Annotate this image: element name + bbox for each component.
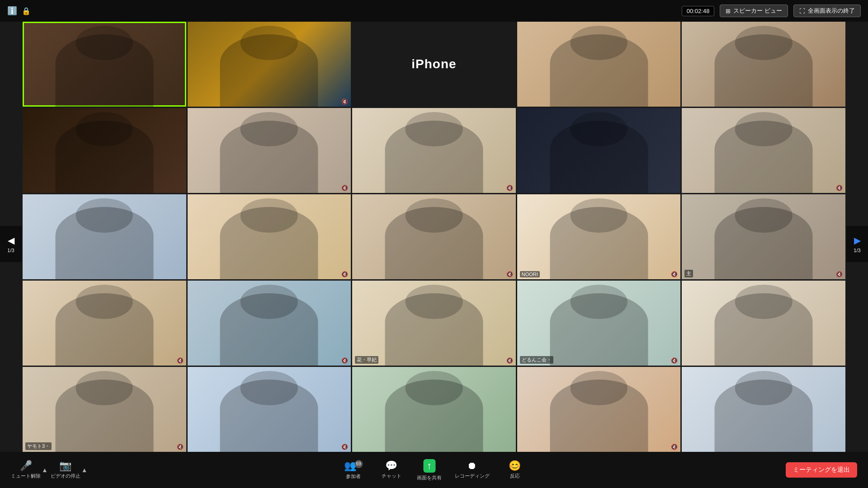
video-caret-button[interactable]: ▲ <box>80 466 89 474</box>
cell-mute-icon-18: 🔇 <box>506 357 513 364</box>
video-cell-7[interactable]: 🔇 <box>188 108 351 193</box>
video-cell-21[interactable]: 🔇ヤモト3・ <box>23 367 186 452</box>
exit-fullscreen-label: 全画面表示の終了 <box>808 7 855 15</box>
leave-meeting-button[interactable]: ミーティングを退出 <box>786 462 857 478</box>
video-cell-1[interactable] <box>23 22 186 107</box>
video-cell-14[interactable]: 🔇NOORI <box>517 194 681 279</box>
video-cell-11[interactable] <box>23 194 186 279</box>
toolbar-left: 🎤 ミュート解除 ▲ 📷 ビデオの停止 ▲ <box>11 461 89 479</box>
next-page-label: 1/3 <box>854 248 860 253</box>
participants-label: 参加者 <box>346 473 361 480</box>
reaction-icon: 😊 <box>509 461 521 471</box>
cell-name-label-18: 花・早妃 <box>355 356 378 364</box>
video-cell-13[interactable]: 🔇 <box>352 194 516 279</box>
video-group: 📷 ビデオの停止 ▲ <box>51 461 89 479</box>
video-cell-15[interactable]: 🔇主 <box>682 194 845 279</box>
prev-arrow-icon: ◀ <box>8 235 14 246</box>
toolbar-right: ミーティングを退出 <box>786 462 857 478</box>
participants-icon: 👥69 <box>344 460 363 471</box>
mute-icon: 🎤 <box>20 461 32 471</box>
cell-mute-icon-2: 🔇 <box>341 99 348 105</box>
video-button[interactable]: 📷 ビデオの停止 <box>51 461 80 479</box>
speaker-view-icon: ⊞ <box>726 8 731 14</box>
video-icon: 📷 <box>59 461 71 471</box>
toolbar-center: 👥69 参加者 💬 チャット ↑ 画面を共有 ⏺ レコーディング 😊 反応 <box>341 459 528 481</box>
reaction-button[interactable]: 😊 反応 <box>502 461 528 479</box>
top-bar: ℹ️ 🔒 00:02:48 ⊞ スピーカー ビュー ⛶ 全画面表示の終了 <box>0 0 868 22</box>
next-page-button[interactable]: ▶ 1/3 <box>846 226 868 262</box>
cell-name-label-21: ヤモト3・ <box>25 442 52 450</box>
exit-fullscreen-button[interactable]: ⛶ 全画面表示の終了 <box>793 5 861 17</box>
cell-mute-icon-24: 🔇 <box>671 444 678 450</box>
record-button[interactable]: ⏺ レコーディング <box>455 461 490 479</box>
info-icon: ℹ️ <box>7 6 17 16</box>
share-screen-button[interactable]: ↑ 画面を共有 <box>417 459 442 481</box>
cell-mute-icon-14: 🔇 <box>671 271 678 277</box>
cell-name-label-19: どるんこ会・ <box>520 356 553 364</box>
top-bar-left: ℹ️ 🔒 <box>7 6 31 16</box>
video-cell-3[interactable]: iPhone <box>352 22 516 107</box>
video-cell-12[interactable]: 🔇 <box>188 194 351 279</box>
video-cell-2[interactable]: 🔇 <box>188 22 351 107</box>
cell-mute-icon-15: 🔇 <box>836 271 843 277</box>
cell-mute-icon-7: 🔇 <box>341 185 348 191</box>
cell-mute-icon-22: 🔇 <box>341 444 348 450</box>
share-screen-icon: ↑ <box>423 459 435 473</box>
cell-mute-icon-19: 🔇 <box>671 357 678 364</box>
video-cell-17[interactable]: 🔇 <box>188 281 351 366</box>
speaker-view-label: スピーカー ビュー <box>733 7 782 15</box>
video-grid: 🔇iPhone🔇🔇🔇🔇🔇🔇NOORI🔇主🔇🔇🔇花・早妃🔇どるんこ会・🔇ヤモト3・… <box>23 22 845 452</box>
video-cell-20[interactable] <box>682 281 845 366</box>
video-label: ビデオの停止 <box>51 473 80 479</box>
mute-caret-button[interactable]: ▲ <box>41 466 49 474</box>
participant-count: 69 <box>354 460 363 468</box>
video-cell-22[interactable]: 🔇 <box>188 367 351 452</box>
video-cell-25[interactable] <box>682 367 845 452</box>
cell-mute-icon-10: 🔇 <box>836 185 843 191</box>
chat-label: チャット <box>382 473 401 479</box>
cell-mute-icon-8: 🔇 <box>506 185 513 191</box>
prev-page-label: 1/3 <box>7 248 14 253</box>
iphone-label: iPhone <box>411 57 456 71</box>
record-icon: ⏺ <box>467 461 477 471</box>
video-cell-8[interactable]: 🔇 <box>352 108 516 193</box>
cell-name-label-14: NOORI <box>520 271 540 277</box>
cell-mute-icon-13: 🔇 <box>506 271 513 277</box>
prev-page-button[interactable]: ◀ 1/3 <box>0 226 22 262</box>
mute-group: 🎤 ミュート解除 ▲ <box>11 461 49 479</box>
reaction-label: 反応 <box>510 473 520 479</box>
video-cell-19[interactable]: 🔇どるんこ会・ <box>517 281 681 366</box>
video-cell-23[interactable] <box>352 367 516 452</box>
cell-mute-icon-12: 🔇 <box>341 271 348 277</box>
mute-label: ミュート解除 <box>11 473 41 479</box>
top-bar-right: 00:02:48 ⊞ スピーカー ビュー ⛶ 全画面表示の終了 <box>682 5 861 17</box>
video-cell-9[interactable] <box>517 108 681 193</box>
speaker-view-button[interactable]: ⊞ スピーカー ビュー <box>720 5 788 17</box>
video-cell-18[interactable]: 🔇花・早妃 <box>352 281 516 366</box>
next-arrow-icon: ▶ <box>854 235 861 246</box>
mute-button[interactable]: 🎤 ミュート解除 <box>11 461 41 479</box>
video-cell-4[interactable] <box>517 22 681 107</box>
video-cell-24[interactable]: 🔇 <box>517 367 681 452</box>
participants-button[interactable]: 👥69 参加者 <box>341 460 366 479</box>
bottom-toolbar: 🎤 ミュート解除 ▲ 📷 ビデオの停止 ▲ 👥69 参加者 💬 チャット ↑ 画… <box>0 452 868 488</box>
lock-icon: 🔒 <box>22 7 31 15</box>
chat-button[interactable]: 💬 チャット <box>379 461 404 479</box>
meeting-timer: 00:02:48 <box>682 6 715 16</box>
record-label: レコーディング <box>455 473 490 479</box>
video-cell-16[interactable]: 🔇 <box>23 281 186 366</box>
exit-fullscreen-icon: ⛶ <box>799 8 805 14</box>
chat-icon: 💬 <box>385 461 397 471</box>
video-cell-5[interactable] <box>682 22 845 107</box>
cell-mute-icon-17: 🔇 <box>341 357 348 364</box>
video-cell-6[interactable] <box>23 108 186 193</box>
cell-name-label-15: 主 <box>684 270 693 277</box>
video-cell-10[interactable]: 🔇 <box>682 108 845 193</box>
share-screen-label: 画面を共有 <box>417 474 442 481</box>
cell-mute-icon-16: 🔇 <box>177 357 184 364</box>
cell-mute-icon-21: 🔇 <box>177 444 184 450</box>
